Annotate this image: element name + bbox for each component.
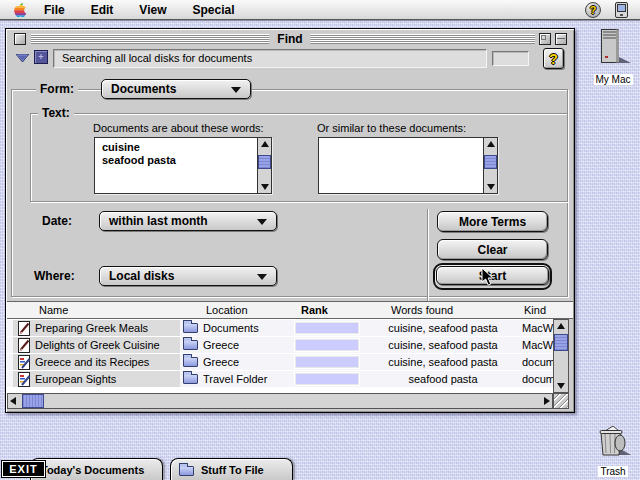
words-list-label: Documents are about these words: — [93, 122, 264, 134]
similar-documents-list[interactable] — [318, 137, 498, 194]
date-popup-value: within last month — [109, 214, 208, 228]
apple-logo-icon — [12, 2, 27, 18]
trash-label: Trash — [598, 466, 627, 477]
more-terms-button[interactable]: More Terms — [437, 211, 548, 232]
table-row[interactable]: European Sights Travel Folder seafood pa… — [7, 371, 553, 388]
where-popup-value: Local disks — [109, 269, 174, 283]
results-header: Name Location Rank Words found Kind — [7, 301, 573, 319]
collapse-box[interactable] — [555, 33, 567, 45]
where-label: Where: — [30, 269, 79, 283]
my-mac-icon-group[interactable]: My Mac — [586, 29, 640, 87]
similar-list-label: Or similar to these documents: — [317, 122, 466, 134]
result-name: Greece and its Recipes — [35, 356, 149, 368]
where-popup[interactable]: Local disks — [99, 266, 277, 286]
result-kind: MacW — [522, 322, 553, 334]
scroll-down-icon[interactable] — [487, 184, 495, 190]
help-button[interactable]: ? — [543, 48, 564, 69]
results-list: Preparing Greek Meals Documents cuisine,… — [7, 319, 553, 393]
popup-arrow-icon — [257, 274, 267, 280]
resize-grip[interactable] — [553, 393, 569, 409]
text-group-label: Text: — [38, 106, 74, 120]
folder-icon — [183, 374, 198, 384]
rank-bar — [295, 322, 359, 334]
scrollbar-thumb[interactable] — [258, 155, 271, 169]
results-horizontal-scrollbar[interactable] — [7, 393, 553, 409]
menu-view[interactable]: View — [139, 3, 166, 17]
my-mac-label: My Mac — [594, 74, 633, 85]
window-title: Find — [269, 32, 310, 47]
document-pen-icon — [18, 338, 31, 353]
mouse-cursor — [481, 268, 497, 286]
date-label: Date: — [38, 214, 76, 228]
scrollbar-thumb[interactable] — [484, 155, 497, 169]
result-location: Travel Folder — [203, 373, 267, 385]
result-kind: docum — [522, 373, 553, 385]
status-field: Searching all local disks for documents — [53, 49, 487, 68]
column-header-kind[interactable]: Kind — [524, 304, 546, 316]
result-words-found: seafood pasta — [369, 373, 517, 385]
table-row[interactable]: Greece and its Recipes Greece cuisine, s… — [7, 354, 553, 371]
result-name: European Sights — [35, 373, 116, 385]
menu-file[interactable]: File — [44, 3, 65, 17]
column-header-name[interactable]: Name — [39, 304, 68, 316]
zoom-box[interactable] — [539, 33, 551, 45]
folder-icon — [183, 357, 198, 367]
document-marks-pen-icon — [18, 372, 31, 387]
scrollbar-thumb[interactable] — [554, 334, 568, 351]
table-row[interactable]: Delights of Greek Cuisine Greece cuisine… — [7, 337, 553, 354]
disclosure-triangle-icon[interactable] — [16, 54, 30, 63]
scroll-up-icon[interactable] — [557, 323, 565, 329]
scrollbar-thumb[interactable] — [22, 394, 44, 408]
form-popup-value: Documents — [111, 82, 176, 96]
help-icon: ? — [590, 4, 597, 16]
help-question-icon: ? — [549, 51, 558, 67]
scroll-up-icon[interactable] — [261, 141, 269, 147]
words-list-scrollbar[interactable] — [257, 138, 271, 193]
result-location: Documents — [203, 322, 259, 334]
clear-button[interactable]: Clear — [437, 239, 548, 260]
scroll-down-icon[interactable] — [557, 383, 565, 389]
column-header-words-found[interactable]: Words found — [391, 304, 453, 316]
rank-bar — [295, 373, 359, 385]
window-title-bar[interactable]: Find — [7, 30, 573, 48]
similar-list-scrollbar[interactable] — [483, 138, 497, 193]
index-button[interactable]: + — [34, 50, 48, 64]
application-icon — [615, 2, 628, 18]
words-list[interactable]: cuisine seafood pasta — [94, 137, 272, 194]
result-kind: docum — [522, 356, 553, 368]
result-kind: MacW — [522, 339, 553, 351]
form-popup[interactable]: Documents — [101, 79, 251, 99]
results-vertical-scrollbar[interactable] — [553, 319, 569, 393]
result-words-found: cuisine, seafood pasta — [369, 356, 517, 368]
scroll-up-icon[interactable] — [487, 141, 495, 147]
trash-icon-group[interactable]: Trash — [588, 423, 638, 479]
apple-menu[interactable] — [8, 1, 30, 19]
help-menu[interactable]: ? — [582, 1, 604, 19]
form-label: Form: — [36, 82, 78, 96]
date-popup[interactable]: within last month — [99, 211, 277, 231]
document-marks-pen-icon — [18, 355, 31, 370]
result-location: Greece — [203, 339, 239, 351]
column-header-location[interactable]: Location — [206, 304, 248, 316]
scroll-left-icon[interactable] — [10, 397, 16, 405]
result-name: Preparing Greek Meals — [35, 322, 148, 334]
menu-special[interactable]: Special — [192, 3, 234, 17]
scroll-down-icon[interactable] — [261, 184, 269, 190]
scroll-right-icon[interactable] — [544, 397, 550, 405]
table-row[interactable]: Preparing Greek Meals Documents cuisine,… — [7, 320, 553, 337]
folder-icon — [183, 340, 198, 350]
exit-button[interactable]: EXIT — [2, 461, 45, 477]
word-item[interactable]: seafood pasta — [102, 154, 271, 167]
application-menu[interactable] — [610, 1, 632, 19]
close-box[interactable] — [14, 33, 26, 45]
tab-stuff-to-file[interactable]: Stuff To File — [170, 458, 293, 480]
word-item[interactable]: cuisine — [102, 141, 271, 154]
folder-icon — [179, 466, 194, 476]
popup-arrow-icon — [257, 219, 267, 225]
menu-edit[interactable]: Edit — [91, 3, 114, 17]
rank-bar — [295, 356, 359, 368]
column-header-rank[interactable]: Rank — [301, 304, 328, 316]
folder-icon — [183, 323, 198, 333]
tab-label: Stuff To File — [201, 464, 264, 476]
tab-todays-documents[interactable]: Today's Documents — [30, 458, 163, 480]
